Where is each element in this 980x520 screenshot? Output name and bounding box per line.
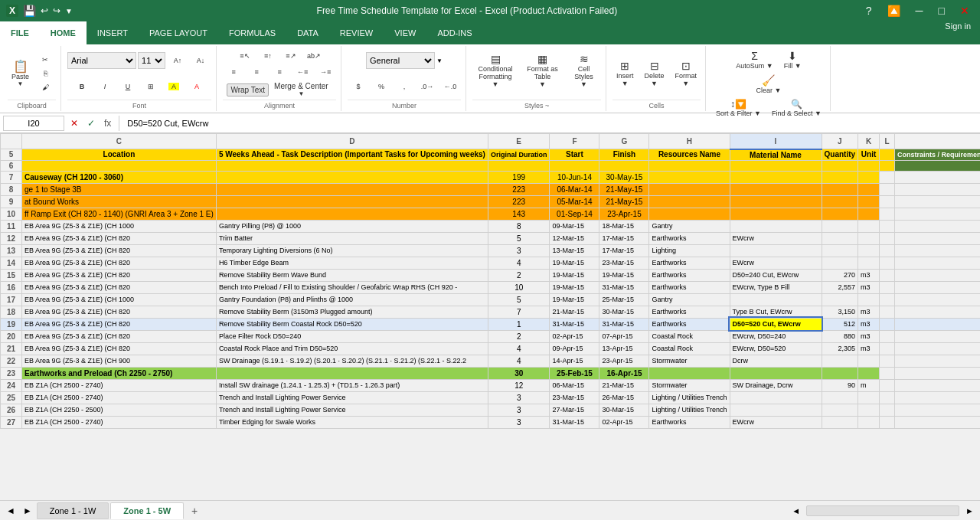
cell-c19[interactable]: EB Area 9G (Z5-3 & Z1E) (CH 820 (22, 318, 217, 330)
cell-i26[interactable] (730, 404, 822, 416)
paste-button[interactable]: 📋 Paste ▼ (8, 51, 33, 96)
cell-j27[interactable] (822, 416, 858, 428)
cell-m11[interactable] (895, 220, 980, 232)
cell-g14[interactable]: 23-Mar-15 (599, 257, 649, 269)
cell-j20[interactable]: 880 (822, 330, 858, 342)
cell-j10[interactable] (822, 208, 858, 220)
cell-l8[interactable] (880, 183, 895, 195)
cell-c10[interactable]: ff Ramp Exit (CH 820 - 1140) (GNRI Area … (22, 208, 217, 220)
cell-f21[interactable]: 09-Apr-15 (550, 342, 599, 355)
cell-h19[interactable]: Earthworks (649, 318, 730, 330)
cell-m25[interactable] (895, 391, 980, 404)
cell-d17[interactable]: Gantry Foundation (P8) and Plinths @ 100… (216, 293, 488, 306)
cell-h10[interactable] (649, 208, 730, 220)
cell-e19[interactable]: 1 (488, 318, 550, 330)
tab-page-layout[interactable]: PAGE LAYOUT (139, 21, 218, 44)
cell-i9[interactable] (730, 195, 822, 208)
cell-l26[interactable] (880, 404, 895, 416)
add-sheet-btn[interactable]: + (185, 503, 204, 518)
cell-c20[interactable]: EB Area 9G (Z5-3 & Z1E) (CH 820 (22, 330, 217, 342)
cell-m8[interactable] (895, 183, 980, 195)
cell-d18[interactable]: Remove Stability Berm (3150m3 Plugged am… (216, 306, 488, 318)
cell-j13[interactable] (822, 244, 858, 257)
cell-l27[interactable] (880, 416, 895, 428)
cell-h8[interactable] (649, 183, 730, 195)
clear-button[interactable]: 🧹 Clear ▼ (753, 72, 786, 96)
number-format-dropdown[interactable]: ▼ (436, 57, 443, 64)
cell-d26[interactable]: Trench and Install Lighting Power Servic… (216, 404, 488, 416)
ribbon-collapse-btn[interactable]: 🔼 (883, 5, 905, 17)
cell-c5[interactable]: Location (22, 149, 217, 161)
cell-d22[interactable]: SW Drainage (S.19.1 · S.19.2) (S.20.1 · … (216, 355, 488, 367)
cell-l12[interactable] (880, 232, 895, 244)
cell-g18[interactable]: 30-Mar-15 (599, 306, 649, 318)
cell-d11[interactable]: Gantry Pilling (P8) @ 1000 (216, 220, 488, 232)
cell-g22[interactable]: 23-Apr-15 (599, 355, 649, 367)
cell-d21[interactable]: Coastal Rock Place and Trim D50=520 (216, 342, 488, 355)
border-button[interactable]: ⊞ (140, 80, 162, 93)
cell-h20[interactable]: Coastal Rock (649, 330, 730, 342)
cell-f17[interactable]: 19-Mar-15 (550, 293, 599, 306)
cell-j8[interactable] (822, 183, 858, 195)
cell-k22[interactable] (858, 355, 880, 367)
cell-l16[interactable] (880, 281, 895, 293)
cell-g7[interactable]: 30-May-15 (599, 171, 649, 183)
cell-g17[interactable]: 25-Mar-15 (599, 293, 649, 306)
scrollbar-right-btn[interactable]: ► (962, 506, 977, 515)
cell-f24[interactable]: 06-Mar-15 (550, 379, 599, 391)
cell-j6[interactable] (822, 160, 858, 171)
cell-d25[interactable]: Trench and Install Lighting Power Servic… (216, 391, 488, 404)
cell-j21[interactable]: 2,305 (822, 342, 858, 355)
fill-color-button[interactable]: A (163, 80, 185, 93)
redo-btn[interactable]: ↪ (53, 5, 60, 16)
cell-g16[interactable]: 31-Mar-15 (599, 281, 649, 293)
cell-m26[interactable] (895, 404, 980, 416)
merge-center-dropdown[interactable]: ▼ (298, 90, 304, 97)
cell-j22[interactable] (822, 355, 858, 367)
cell-m15[interactable] (895, 269, 980, 281)
cell-f19[interactable]: 31-Mar-15 (550, 318, 599, 330)
cell-e8[interactable]: 223 (488, 183, 550, 195)
cell-f13[interactable]: 13-Mar-15 (550, 244, 599, 257)
cell-i22[interactable]: Dcrw (730, 355, 822, 367)
cell-f7[interactable]: 10-Jun-14 (550, 171, 599, 183)
cell-f8[interactable]: 06-Mar-14 (550, 183, 599, 195)
cell-i15[interactable]: D50=240 Cut, EWcrw (730, 269, 822, 281)
tab-home[interactable]: HOME (40, 21, 87, 44)
cell-f14[interactable]: 19-Mar-15 (550, 257, 599, 269)
align-top-left-btn[interactable]: ≡↖ (234, 50, 256, 62)
col-header-d[interactable]: D (216, 134, 488, 149)
cell-f10[interactable]: 01-Sep-14 (550, 208, 599, 220)
cell-m18[interactable] (895, 306, 980, 318)
text-rotation-btn[interactable]: ab↗ (303, 50, 325, 62)
cell-d6[interactable] (216, 160, 488, 171)
col-header-c[interactable]: C (22, 134, 217, 149)
cell-m19[interactable] (895, 318, 980, 330)
percent-btn[interactable]: % (371, 80, 392, 93)
col-header-l[interactable]: L (880, 134, 895, 149)
cell-i17[interactable] (730, 293, 822, 306)
cell-h9[interactable] (649, 195, 730, 208)
cell-g8[interactable]: 21-May-15 (599, 183, 649, 195)
cell-i6[interactable] (730, 160, 822, 171)
cell-g5[interactable]: Finish (599, 149, 649, 161)
cell-i7[interactable] (730, 171, 822, 183)
cell-h15[interactable]: Earthworks (649, 269, 730, 281)
cell-h24[interactable]: Stormwater (649, 379, 730, 391)
cell-h26[interactable]: Lighting / Utilities Trench (649, 404, 730, 416)
cell-styles-button[interactable]: ≋ Cell Styles ▼ (567, 47, 601, 93)
cell-k17[interactable] (858, 293, 880, 306)
format-as-table-button[interactable]: ▦ Format as Table ▼ (521, 47, 564, 93)
maximize-btn[interactable]: □ (934, 5, 949, 17)
cell-k12[interactable] (858, 232, 880, 244)
cell-l5[interactable] (880, 149, 895, 161)
cell-c7[interactable]: Causeway (CH 1200 - 3060) (22, 171, 217, 183)
cell-k11[interactable] (858, 220, 880, 232)
cell-f15[interactable]: 19-Mar-15 (550, 269, 599, 281)
cell-m27[interactable] (895, 416, 980, 428)
cell-k5[interactable]: Unit (858, 149, 880, 161)
cell-h22[interactable]: Stormwater (649, 355, 730, 367)
decimal-decrease-btn[interactable]: ←.0 (439, 80, 461, 93)
cell-h5[interactable]: Resources Name (649, 149, 730, 161)
cell-d23[interactable] (216, 367, 488, 379)
